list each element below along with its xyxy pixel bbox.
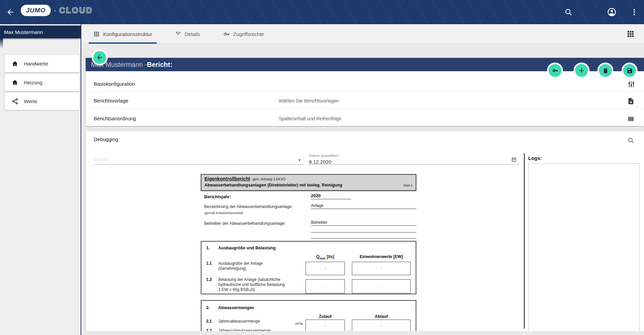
row-label: Basiskonfiguration (94, 81, 135, 87)
report-subtitle: Abwasserbehandlungsanlagen (Direkteinlei… (204, 183, 342, 187)
sidebar-header-shadow (0, 38, 3, 48)
debugging-title: Debugging (94, 136, 118, 142)
appbar-back-button[interactable] (6, 6, 18, 18)
sidebar-item-werte[interactable]: Werte (4, 92, 80, 110)
share-icon (11, 98, 18, 105)
app-bar: JUMO · CLOUD (0, 0, 644, 24)
year-label: Berichtsjahr: (204, 194, 231, 199)
content-area: Max Mustermann - Bericht: (81, 44, 644, 335)
sidebar-nav: Handwerte Heizung Werte (0, 54, 81, 110)
tab-zugriffsrechte[interactable]: Zugriffsrechte (218, 24, 269, 44)
section-number: 2. (206, 305, 210, 310)
sidebar: Max Mustermann Handwerte Heizung (0, 24, 81, 335)
row-number: 2.1 (206, 319, 212, 324)
tab-label: Zugriffsrechte (233, 31, 264, 37)
configuration-card: Basiskonfiguration Berichtsvorlage Wähle… (86, 71, 644, 126)
key-icon (552, 67, 558, 74)
overflow-menu-button[interactable] (630, 7, 640, 17)
row-value: Wählen Sie Berichtsvorlagen (279, 98, 339, 103)
tab-label: Details (185, 31, 200, 37)
row-label: Berichtsvorlage (94, 98, 128, 103)
grid-icon (93, 31, 100, 37)
tab-konfigurationsstruktur[interactable]: Konfigurationsstruktur (89, 24, 157, 44)
logs-output-box (528, 163, 640, 331)
search-icon (564, 8, 574, 16)
access-rights-fab[interactable] (549, 64, 561, 77)
value-box: - (306, 262, 345, 275)
value-box: - (306, 279, 345, 293)
section-title: Abwassermengen (218, 305, 254, 310)
columns-icon[interactable] (627, 115, 636, 123)
jumo-cloud-app: JUMO · CLOUD Max Mustermann (0, 0, 644, 335)
section-1-box: 1. Ausbaugröße und Belastung Qmax [l/s] … (201, 241, 416, 294)
save-fab[interactable] (623, 64, 636, 77)
tab-details[interactable]: Details (170, 24, 205, 44)
calendar-icon[interactable] (511, 157, 517, 163)
account-button[interactable] (607, 7, 617, 17)
logs-label: Logs: (528, 155, 542, 161)
section-title: Ausbaugröße und Belastung (218, 246, 276, 250)
date-label: Datum auswählen (309, 154, 338, 158)
banner-title-emphasis: Bericht: (147, 61, 173, 69)
operator-value: Betreiber (311, 220, 416, 226)
row-number: 2.2 (206, 328, 212, 331)
row-number: 1.2 (206, 277, 212, 282)
debugging-card: Debugging EKVO ▼ Datum auswählen 8.12.20… (86, 131, 644, 331)
sidebar-item-label: Werte (24, 98, 37, 104)
plant-name-label: Bezeichnung der Abwasserbehandlungsanlag… (204, 204, 293, 209)
row-value: Spalteninhalt und Reihenfolge (279, 116, 341, 121)
tab-label: Konfigurationsstruktur (103, 31, 152, 37)
row-description: Ausbaugröße der Anlage(Genehmigung) (218, 261, 263, 271)
column-header-zulauf: Zulauf (301, 314, 350, 319)
row-basiskonfiguration[interactable]: Basiskonfiguration (86, 71, 644, 92)
section-number: 1. (206, 246, 210, 250)
grid-icon (627, 30, 635, 38)
grid-view-button[interactable] (627, 30, 635, 38)
key-icon (223, 31, 230, 38)
sidebar-item-label: Heizung (24, 80, 42, 85)
report-header-box: Eigenkontrollbericht gem. Anhang 3 EKVO … (201, 174, 416, 191)
value-box: - (352, 279, 411, 293)
plant-name-note: (gemäß Erlaubnisbescheid) (204, 211, 243, 215)
arrow-left-icon (96, 54, 103, 61)
tune-sliders-icon[interactable] (627, 80, 636, 89)
cloud-logo-text: CLOUD (59, 6, 93, 15)
kebab-menu-icon (630, 8, 640, 16)
row-berichtsvorlage[interactable]: Berichtsvorlage Wählen Sie Berichtsvorla… (86, 92, 644, 109)
row-label: Berichtsanordnung (94, 116, 136, 121)
note-add-icon[interactable] (627, 97, 636, 106)
main-area: Konfigurationsstruktur Details Zugriffsr… (81, 24, 644, 335)
save-icon (627, 68, 633, 74)
account-circle-icon (607, 7, 617, 17)
arrow-left-icon (6, 8, 18, 16)
content-back-fab[interactable] (93, 51, 106, 64)
unit-label: m³/a (285, 322, 303, 326)
row-description: Jahresschmutzwassermenge (218, 328, 270, 331)
row-description: Belastung der Anlage (tatsächlichehydrau… (218, 277, 285, 292)
row-description: Jahresabwassermenge (218, 319, 260, 324)
section-2-box: 2. Abwassermengen Zulauf Ablauf 2.1 Jahr… (201, 300, 416, 331)
value-box: - (352, 320, 411, 331)
report-sheet-number: Blatt 1 (404, 183, 413, 187)
delete-fab[interactable] (599, 64, 612, 77)
date-picker-field[interactable]: Datum auswählen 8.12.2020 (308, 147, 519, 165)
blank-underline (311, 238, 416, 239)
tab-bar: Konfigurationsstruktur Details Zugriffsr… (81, 24, 644, 44)
row-berichtsanordnung[interactable]: Berichtsanordnung Spalteninhalt und Reih… (86, 109, 644, 126)
date-value: 8.12.2020 (309, 159, 331, 165)
value-box: - (306, 320, 345, 331)
appbar-search-button[interactable] (564, 7, 574, 17)
sidebar-item-heizung[interactable]: Heizung (4, 73, 80, 91)
year-value: 2020 (311, 193, 351, 199)
column-header-qmax: Qmax [l/s] (301, 254, 350, 260)
jumo-cloud-logo: JUMO · CLOUD (21, 5, 93, 16)
sidebar-item-handwerte[interactable]: Handwerte (4, 54, 80, 73)
logo-dot: · (54, 6, 56, 15)
search-icon[interactable] (627, 136, 635, 144)
report-select[interactable]: EKVO ▼ (94, 150, 304, 165)
sidebar-user-header: Max Mustermann (0, 26, 81, 38)
home-icon (11, 79, 18, 86)
row-number: 1.1 (206, 261, 212, 266)
blank-underline (311, 232, 416, 233)
add-fab[interactable] (575, 64, 588, 77)
